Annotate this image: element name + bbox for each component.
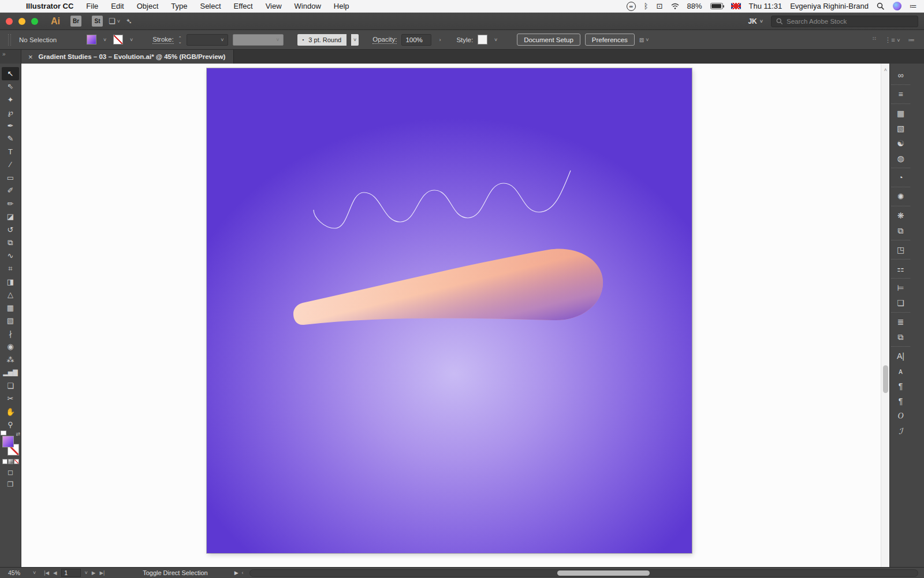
free-transform-tool[interactable]: ⌗ xyxy=(2,262,19,276)
type-tool[interactable]: T xyxy=(2,145,19,158)
curvature-tool[interactable]: ✎ xyxy=(2,132,19,146)
menu-select[interactable]: Select xyxy=(193,0,227,13)
first-artboard-button[interactable]: |◀ xyxy=(44,570,49,576)
slice-tool[interactable]: ✂ xyxy=(2,392,19,406)
stroke-weight-dropdown[interactable]: ˅ xyxy=(187,34,228,46)
spotlight-icon[interactable] xyxy=(877,2,885,10)
zoom-tool[interactable]: ⚲ xyxy=(2,418,19,432)
rotate-tool[interactable]: ↺ xyxy=(2,223,19,236)
stroke-panel[interactable]: ≡ xyxy=(893,87,909,102)
style-chevron[interactable]: ˅ xyxy=(492,37,500,43)
drawing-modes-button[interactable]: ◻ xyxy=(8,468,13,476)
artboard-dropdown-chevron[interactable]: ˅ xyxy=(85,570,88,576)
pencil-tool[interactable]: ✏ xyxy=(2,197,19,210)
hand-tool[interactable]: ✋ xyxy=(2,405,19,418)
color-panel[interactable]: ☯ xyxy=(893,136,909,151)
prev-artboard-button[interactable]: ◀ xyxy=(53,570,57,576)
pen-tool[interactable]: ✒ xyxy=(2,119,19,132)
direct-selection-tool[interactable]: ⇖ xyxy=(2,80,19,94)
menu-type[interactable]: Type xyxy=(165,0,193,13)
blend-tool[interactable]: ◉ xyxy=(2,340,19,354)
scroll-left-arrow-icon[interactable]: ‹ xyxy=(242,570,244,576)
opacity-chevron[interactable]: › xyxy=(436,37,444,43)
glyphs-panel[interactable]: ℐ xyxy=(893,424,909,439)
magic-wand-tool[interactable]: ✦ xyxy=(2,93,19,106)
eyedropper-tool[interactable]: ∤ xyxy=(2,327,19,340)
pathfinder-panel[interactable]: ❏ xyxy=(893,295,909,310)
default-fill-stroke-icon[interactable] xyxy=(1,431,6,435)
status-options-arrow[interactable]: ▶ xyxy=(234,570,239,576)
stroke-weight-stepper[interactable]: ⌃⌄ xyxy=(178,36,182,44)
tab-close-icon[interactable]: × xyxy=(28,53,33,61)
symbols-panel[interactable]: ❋ xyxy=(893,208,909,223)
menu-file[interactable]: File xyxy=(80,0,105,13)
gradient-panel[interactable]: ▧ xyxy=(893,121,909,136)
menu-window[interactable]: Window xyxy=(288,0,327,13)
screen-mode-button[interactable]: ❐ xyxy=(8,480,14,488)
gpu-performance-icon[interactable]: ➴ xyxy=(126,17,132,25)
mesh-tool[interactable]: ▦ xyxy=(2,301,19,314)
stroke-dropdown-chevron[interactable]: ˅ xyxy=(128,37,135,43)
eraser-tool[interactable]: ◪ xyxy=(2,210,19,224)
transparency-panel[interactable]: ◔ xyxy=(893,170,909,185)
close-window-button[interactable] xyxy=(6,18,13,25)
swatches-panel[interactable]: ▦ xyxy=(893,106,909,121)
menu-view[interactable]: View xyxy=(259,0,288,13)
paintbrush-tool[interactable]: ✐ xyxy=(2,184,19,198)
control-bar-grip[interactable] xyxy=(8,34,11,46)
stroke-color-swatch[interactable] xyxy=(113,35,123,45)
horizontal-scroll-thumb[interactable] xyxy=(557,570,650,576)
arrange-grid-icon[interactable]: ⠛ xyxy=(871,36,876,44)
artboard-number-input[interactable]: 1 xyxy=(61,569,81,577)
input-language-flag-icon[interactable] xyxy=(731,3,741,9)
artboards-panel[interactable]: ⧉ xyxy=(893,329,909,344)
menu-help[interactable]: Help xyxy=(327,0,356,13)
horizontal-scrollbar[interactable] xyxy=(249,569,918,577)
artboard-tool[interactable]: ❏ xyxy=(2,379,19,392)
properties-panel[interactable]: ⚏ xyxy=(893,261,909,276)
control-panel-menu-icon[interactable]: ≔ xyxy=(908,36,915,44)
paragraph-styles-panel[interactable]: ¶ xyxy=(893,394,909,409)
last-artboard-button[interactable]: ▶| xyxy=(99,570,105,576)
vertical-scroll-thumb[interactable] xyxy=(883,365,888,393)
menu-effect[interactable]: Effect xyxy=(228,0,259,13)
creative-cloud-panel[interactable]: ∞ xyxy=(893,68,909,83)
color-mode-button[interactable] xyxy=(2,459,8,464)
workspace-switcher[interactable]: JK˅ xyxy=(748,17,763,25)
fill-color-swatch[interactable] xyxy=(87,35,96,45)
shape-builder-tool[interactable]: ◨ xyxy=(2,275,19,288)
siri-icon[interactable] xyxy=(893,2,901,10)
perspective-grid-tool[interactable]: △ xyxy=(2,288,19,302)
none-mode-button[interactable] xyxy=(14,459,19,464)
zoom-dropdown-chevron[interactable]: ˅ xyxy=(33,570,36,576)
minimize-window-button[interactable] xyxy=(18,18,25,25)
gradient-mode-button[interactable] xyxy=(8,459,13,464)
brush-definition-dropdown[interactable]: • 3 pt. Round xyxy=(297,34,347,46)
graphic-styles-panel[interactable]: ⧉ xyxy=(893,223,909,238)
selection-tool[interactable]: ↖ xyxy=(2,67,19,80)
width-tool[interactable]: ∿ xyxy=(2,249,19,262)
column-graph-tool[interactable]: ▂▅▇ xyxy=(2,366,19,380)
swap-fill-stroke-icon[interactable]: ⇄ xyxy=(16,431,20,437)
user-name[interactable]: Evgeniya Righini-Brand xyxy=(790,0,869,13)
vertical-scrollbar[interactable]: ˄ xyxy=(881,64,889,567)
document-tab[interactable]: × Gradient Studies – 03 – Evolution.ai* … xyxy=(21,50,234,64)
toolbar-collapse-chevrons[interactable]: » xyxy=(0,50,21,64)
bluetooth-icon[interactable]: ᛒ xyxy=(644,2,649,10)
opacity-input[interactable]: 100% xyxy=(401,34,431,46)
scale-tool[interactable]: ⧉ xyxy=(2,236,19,250)
next-artboard-button[interactable]: ▶ xyxy=(92,570,96,576)
fill-swatch[interactable] xyxy=(2,436,14,447)
canvas-pasteboard[interactable]: ˄ xyxy=(21,64,889,567)
adobe-stock-search[interactable]: Search Adobe Stock xyxy=(771,16,918,27)
display-mirroring-icon[interactable]: ⊡ xyxy=(657,2,663,10)
brushes-panel[interactable]: ✺ xyxy=(893,189,909,204)
line-segment-tool[interactable]: ∕ xyxy=(2,158,19,172)
apple-menu[interactable] xyxy=(6,0,20,13)
menu-edit[interactable]: Edit xyxy=(105,0,130,13)
stroke-weight-label[interactable]: Stroke: xyxy=(152,36,173,44)
creative-cloud-icon[interactable]: ∞ xyxy=(627,2,636,11)
layers-panel[interactable]: ≣ xyxy=(893,314,909,329)
doc-layout-icon[interactable]: ⋮≡ ˅ xyxy=(885,36,900,44)
artboard[interactable] xyxy=(207,68,692,553)
